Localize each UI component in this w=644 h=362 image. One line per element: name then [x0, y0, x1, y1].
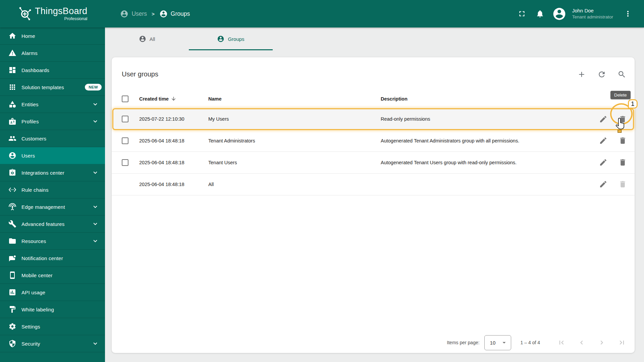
more-menu-button[interactable]: [621, 6, 635, 21]
tab-all[interactable]: All: [105, 27, 189, 50]
cell-created-time: 2025-06-04 18:48:18: [139, 138, 208, 143]
chevron-down-icon: [92, 101, 99, 108]
breadcrumb-users[interactable]: Users: [120, 10, 147, 18]
delete-row-button[interactable]: [615, 155, 630, 170]
edit-row-button[interactable]: [596, 155, 610, 170]
sidebar-item-solution-templates[interactable]: Solution templates NEW: [0, 79, 105, 96]
add-entity-button[interactable]: [574, 67, 589, 82]
thingsboard-app: ThingsBoard Professional Users > Groups: [0, 0, 644, 362]
cell-created-time: 2025-07-22 12:10:30: [139, 116, 208, 122]
sidebar-item-settings[interactable]: Settings: [0, 318, 105, 335]
advanced-features-icon: [8, 220, 16, 228]
breadcrumb-groups[interactable]: Groups: [159, 10, 190, 18]
table-row-4[interactable]: 2025-06-04 18:48:18 All: [112, 174, 635, 195]
cell-description: Read-only permissions: [381, 116, 588, 122]
column-description[interactable]: Description: [381, 96, 588, 102]
delete-trash-icon: [619, 180, 627, 188]
sidebar-item-dashboards[interactable]: Dashboards: [0, 62, 105, 79]
app-edition: Professional: [64, 16, 88, 21]
thingsboard-logo[interactable]: ThingsBoard Professional: [18, 5, 87, 22]
avatar[interactable]: [552, 6, 567, 21]
cell-name: My Users: [208, 116, 381, 122]
refresh-button[interactable]: [594, 67, 609, 82]
edge-antenna-icon: [8, 203, 16, 211]
paginator: Items per page: 10 1 – 4 of 4: [112, 332, 635, 353]
sidebar: Home Alarms Dashboards Solution template…: [0, 27, 105, 362]
folder-icon: [8, 237, 16, 245]
cell-name: All: [208, 182, 381, 187]
entities-icon: [8, 100, 16, 108]
items-per-page-select[interactable]: 10: [484, 335, 511, 350]
first-page-button[interactable]: [553, 335, 570, 351]
cell-description: Autogenerated Tenant Users group with re…: [381, 160, 588, 165]
edit-row-button[interactable]: [596, 177, 610, 192]
sidebar-item-security[interactable]: Security: [0, 335, 105, 352]
api-usage-icon: [8, 288, 16, 296]
last-page-button[interactable]: [614, 335, 630, 351]
notification-center-icon: [8, 254, 16, 262]
sidebar-item-mobile-center[interactable]: Mobile center: [0, 267, 105, 284]
user-account-icon: [8, 152, 16, 160]
chevron-right-icon: [598, 339, 606, 347]
tab-groups[interactable]: Groups: [189, 27, 273, 50]
row-checkbox[interactable]: [122, 137, 128, 144]
sidebar-item-api-usage[interactable]: API usage: [0, 284, 105, 301]
user-groups-card: User groups Cr: [112, 57, 635, 353]
sidebar-item-rule-chains[interactable]: Rule chains: [0, 181, 105, 198]
home-icon: [8, 32, 16, 40]
first-page-icon: [557, 339, 566, 347]
table-row-1[interactable]: 2025-07-22 12:10:30 My Users Read-only p…: [112, 108, 634, 130]
edit-pencil-icon: [599, 158, 607, 167]
sort-descending-icon[interactable]: [171, 96, 176, 102]
sidebar-item-alarms[interactable]: Alarms: [0, 45, 105, 62]
breadcrumb-separator: >: [152, 11, 155, 17]
new-badge: NEW: [85, 84, 102, 90]
sidebar-item-home[interactable]: Home: [0, 27, 105, 45]
fullscreen-button[interactable]: [515, 6, 529, 21]
table-body: 2025-07-22 12:10:30 My Users Read-only p…: [112, 108, 635, 195]
edit-row-button[interactable]: [596, 112, 610, 126]
table-row-2[interactable]: 2025-06-04 18:48:18 Tenant Administrator…: [112, 130, 635, 152]
sidebar-item-integrations-center[interactable]: Integrations center: [0, 164, 105, 181]
edit-pencil-icon: [599, 180, 607, 188]
column-created-time[interactable]: Created time: [139, 96, 208, 102]
sidebar-item-edge-management[interactable]: Edge management: [0, 198, 105, 216]
top-bar-actions: John Doe Tenant administrator: [515, 6, 644, 21]
user-role: Tenant administrator: [572, 14, 613, 20]
chevron-left-icon: [578, 339, 586, 347]
sidebar-item-customers[interactable]: Customers: [0, 130, 105, 147]
row-checkbox[interactable]: [122, 159, 128, 166]
sidebar-item-entities[interactable]: Entities: [0, 96, 105, 113]
delete-row-button[interactable]: [615, 133, 630, 148]
chevron-down-icon: [92, 169, 99, 176]
sidebar-item-users[interactable]: Users: [0, 147, 105, 164]
previous-page-button[interactable]: [574, 335, 590, 351]
integrations-icon: [8, 169, 16, 177]
refresh-icon: [597, 70, 606, 79]
select-all-checkbox[interactable]: [122, 96, 128, 102]
notifications-button[interactable]: [533, 6, 547, 21]
user-name: John Doe: [572, 7, 613, 14]
search-button[interactable]: [614, 67, 629, 82]
last-page-icon: [618, 339, 626, 347]
edit-row-button[interactable]: [596, 133, 610, 148]
warning-icon: [8, 49, 16, 57]
next-page-button[interactable]: [594, 335, 610, 351]
sidebar-item-notification-center[interactable]: Notification center: [0, 250, 105, 267]
profiles-icon: [8, 117, 16, 125]
table-row-3[interactable]: 2025-06-04 18:48:18 Tenant Users Autogen…: [112, 152, 635, 174]
sidebar-item-profiles[interactable]: Profiles: [0, 113, 105, 130]
delete-trash-icon: [619, 158, 627, 167]
sidebar-item-advanced-features[interactable]: Advanced features: [0, 216, 105, 233]
user-account-icon: [139, 35, 146, 43]
chevron-down-icon: [92, 340, 99, 347]
sidebar-item-resources[interactable]: Resources: [0, 233, 105, 250]
page-range-label: 1 – 4 of 4: [521, 340, 540, 345]
delete-row-button[interactable]: [615, 177, 630, 192]
column-name[interactable]: Name: [208, 96, 381, 102]
row-checkbox[interactable]: [122, 116, 128, 122]
customers-icon: [8, 134, 16, 142]
table-header-row: Created time Name Description: [112, 89, 635, 108]
user-account-icon: [120, 10, 128, 18]
sidebar-item-white-labeling[interactable]: White labeling: [0, 301, 105, 318]
